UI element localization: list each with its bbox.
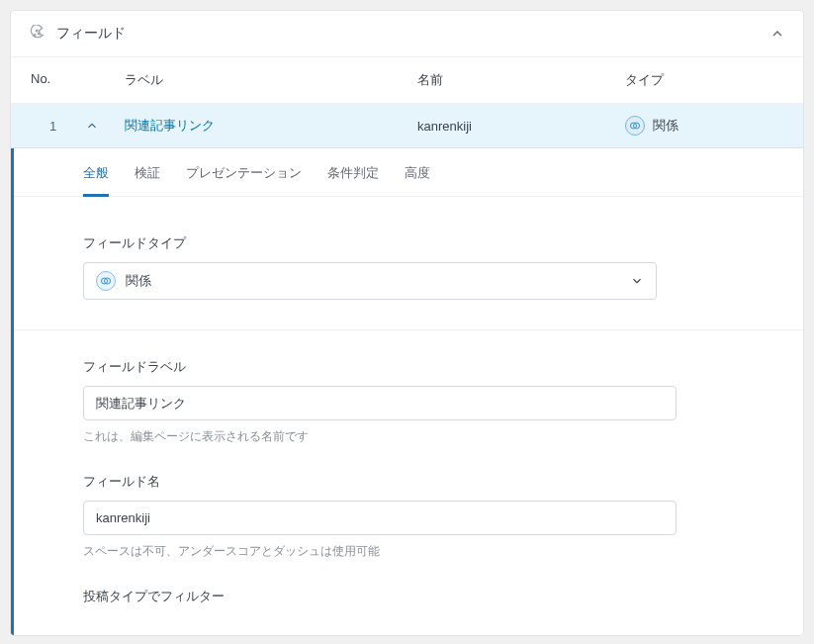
collapse-button[interactable] [769, 26, 785, 42]
label-field-type: フィールドタイプ [83, 234, 734, 252]
label-field-name: フィールド名 [83, 473, 734, 491]
row-toggle[interactable] [85, 119, 125, 133]
group-field-label: フィールドラベル これは、編集ページに表示される名前です [83, 358, 734, 445]
tabs: 全般 検証 プレゼンテーション 条件判定 高度 [14, 148, 803, 197]
chevron-down-icon [630, 274, 644, 288]
field-name-input[interactable] [83, 501, 677, 535]
svg-point-2 [36, 30, 38, 32]
tab-general[interactable]: 全般 [83, 148, 109, 196]
plugin-icon [29, 25, 46, 43]
relation-icon [625, 116, 645, 136]
relation-icon [96, 271, 116, 291]
form-area: フィールドタイプ 関係 フィールドラベル これは、編集ページに表示される名前です [14, 197, 803, 635]
row-label-link[interactable]: 関連記事リンク [125, 117, 417, 135]
group-post-type-filter: 投稿タイプでフィルター [83, 588, 734, 605]
fields-panel: フィールド No. ラベル 名前 タイプ 1 関連記事リンク kanrenkij… [10, 10, 804, 636]
field-type-select[interactable]: 関係 [83, 262, 657, 300]
tab-advanced[interactable]: 高度 [405, 148, 430, 196]
help-field-name: スペースは不可、アンダースコアとダッシュは使用可能 [83, 543, 734, 560]
row-type: 関係 [625, 116, 783, 136]
row-type-label: 関係 [653, 117, 678, 135]
help-field-label: これは、編集ページに表示される名前です [83, 428, 734, 445]
tab-validation[interactable]: 検証 [135, 148, 160, 196]
tab-conditional[interactable]: 条件判定 [327, 148, 379, 196]
chevron-up-icon [85, 119, 99, 133]
group-field-type: フィールドタイプ 関係 [83, 234, 734, 300]
panel-title: フィールド [56, 25, 769, 43]
col-header-name: 名前 [417, 71, 625, 89]
field-label-input[interactable] [83, 386, 677, 420]
label-post-type-filter: 投稿タイプでフィルター [83, 588, 734, 605]
table-head: No. ラベル 名前 タイプ [11, 57, 803, 104]
label-field-label: フィールドラベル [83, 358, 734, 376]
row-name: kanrenkiji [417, 119, 625, 134]
svg-point-1 [39, 33, 41, 35]
svg-point-0 [34, 35, 36, 37]
row-number: 1 [31, 119, 85, 134]
group-field-name: フィールド名 スペースは不可、アンダースコアとダッシュは使用可能 [83, 473, 734, 560]
col-header-type: タイプ [625, 71, 783, 89]
col-header-label: ラベル [85, 71, 417, 89]
field-editor: 全般 検証 プレゼンテーション 条件判定 高度 フィールドタイプ 関係 [10, 148, 803, 635]
col-header-no: No. [31, 71, 85, 89]
field-type-value: 関係 [126, 272, 630, 290]
panel-header: フィールド [11, 11, 803, 57]
tab-presentation[interactable]: プレゼンテーション [186, 148, 302, 196]
divider [14, 329, 803, 330]
field-row[interactable]: 1 関連記事リンク kanrenkiji 関係 [11, 104, 803, 148]
chevron-up-icon [769, 26, 785, 42]
